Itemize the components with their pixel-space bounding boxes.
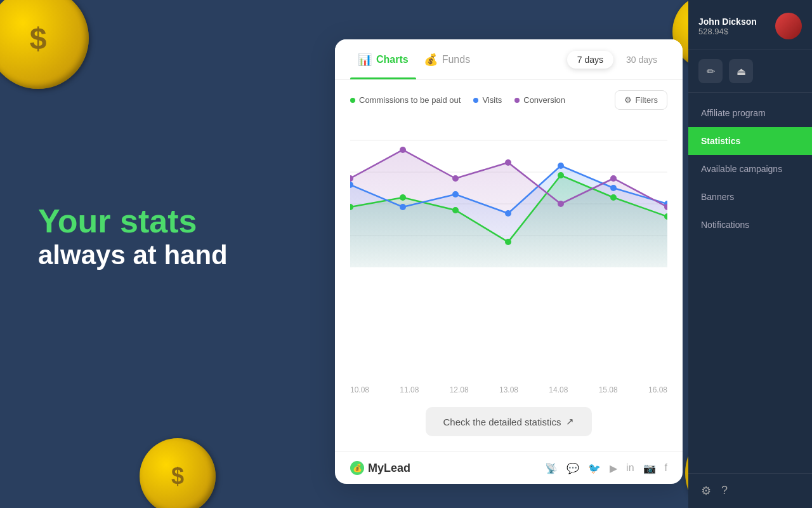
commissions-dot	[350, 98, 355, 103]
coin-bottom-left	[140, 438, 216, 508]
legend-visits: Visits	[473, 95, 502, 105]
30-days-button[interactable]: 30 days	[616, 51, 667, 69]
user-actions: ✏ ⏏	[688, 50, 812, 93]
instagram-icon[interactable]: 📷	[643, 462, 656, 474]
chart-svg	[350, 115, 667, 267]
user-info: John Dickson 528.94$	[698, 17, 769, 36]
x-label-5: 15.08	[599, 385, 618, 394]
7-days-button[interactable]: 7 days	[567, 51, 613, 69]
tab-funds-label: Funds	[442, 54, 470, 65]
filter-label: Filters	[636, 95, 658, 105]
hero-title: Your stats	[38, 203, 228, 239]
settings-icon[interactable]: ⚙	[701, 484, 711, 498]
legend-conversion: Conversion	[514, 95, 565, 105]
visits-point-1	[400, 204, 406, 210]
day-filters: 7 days 30 days	[567, 51, 667, 69]
charts-icon: 📊	[358, 53, 372, 67]
filter-icon: ⚙	[624, 95, 632, 105]
sidebar-item-available-campaigns-label: Available campaigns	[701, 164, 782, 174]
tabs-bar: 📊 Charts 💰 Funds 7 days 30 days	[335, 39, 683, 80]
hero-subtitle: always at hand	[38, 239, 228, 271]
card-footer: 💰 MyLead 📡 💬 🐦 ▶ in 📷 f	[335, 451, 683, 484]
x-label-3: 13.08	[499, 385, 518, 394]
logout-button[interactable]: ⏏	[729, 59, 753, 83]
coin-top-left	[0, 0, 89, 89]
filter-button[interactable]: ⚙ Filters	[615, 90, 667, 110]
user-balance: 528.94$	[698, 27, 769, 36]
visits-point-4	[558, 163, 564, 169]
brand-logo: 💰 MyLead	[350, 461, 410, 475]
cta-button-label: Check the detailed statistics	[443, 417, 561, 427]
funds-icon: 💰	[424, 53, 438, 67]
sidebar-item-notifications[interactable]: Notifications	[688, 211, 812, 239]
visits-point-5	[610, 185, 617, 191]
cta-area: Check the detailed statistics ↗	[335, 394, 683, 451]
avatar	[775, 13, 802, 39]
external-link-icon: ↗	[566, 416, 574, 427]
x-axis-labels: 10.08 11.08 12.08 13.08 14.08 15.08 16.0…	[335, 385, 683, 394]
x-label-4: 14.08	[549, 385, 568, 394]
x-label-6: 16.08	[648, 385, 667, 394]
commissions-point-1	[400, 194, 406, 201]
youtube-icon[interactable]: ▶	[610, 462, 617, 474]
linkedin-icon[interactable]: in	[626, 462, 634, 474]
nav-items: Affiliate program Statistics Available c…	[688, 93, 812, 245]
commissions-label: Commissions to be paid out	[359, 95, 461, 105]
visits-point-3	[505, 210, 511, 217]
help-icon[interactable]: ?	[721, 484, 728, 498]
brand-name: MyLead	[368, 462, 410, 475]
cta-button[interactable]: Check the detailed statistics ↗	[426, 407, 593, 436]
facebook-icon[interactable]: f	[665, 462, 667, 474]
tab-charts[interactable]: 📊 Charts	[350, 39, 416, 79]
sidebar-item-statistics-label: Statistics	[701, 136, 740, 146]
tab-funds[interactable]: 💰 Funds	[416, 39, 478, 79]
visits-dot	[473, 98, 478, 103]
main-card: 📊 Charts 💰 Funds 7 days 30 days Commissi…	[335, 39, 683, 484]
commissions-point-3	[505, 239, 511, 245]
sidebar: John Dickson 528.94$ ✏ ⏏ Affiliate progr…	[688, 0, 812, 508]
conversion-dot	[514, 98, 520, 103]
sidebar-bottom: ⚙ ?	[688, 473, 812, 508]
visits-label: Visits	[482, 95, 502, 105]
conversion-point-3	[505, 159, 511, 166]
conversion-label: Conversion	[523, 95, 565, 105]
x-label-2: 12.08	[450, 385, 469, 394]
x-label-1: 11.08	[400, 385, 419, 394]
user-profile: John Dickson 528.94$	[688, 0, 812, 50]
conversion-point-1	[400, 147, 406, 153]
twitter-icon[interactable]: 🐦	[588, 462, 601, 474]
sidebar-item-banners[interactable]: Banners	[688, 183, 812, 211]
hero-section: Your stats always at hand	[38, 203, 228, 272]
brand-icon: 💰	[350, 461, 364, 475]
edit-button[interactable]: ✏	[698, 59, 723, 83]
conversion-point-4	[558, 201, 564, 207]
commissions-point-4	[558, 172, 564, 178]
chart-area	[335, 115, 683, 383]
legend-bar: Commissions to be paid out Visits Conver…	[335, 80, 683, 115]
x-label-0: 10.08	[350, 385, 369, 394]
commissions-point-5	[610, 194, 617, 201]
tab-charts-label: Charts	[376, 54, 409, 65]
sidebar-item-notifications-label: Notifications	[701, 220, 749, 230]
sidebar-item-statistics[interactable]: Statistics	[688, 127, 812, 155]
sidebar-item-banners-label: Banners	[701, 192, 734, 202]
rss-icon[interactable]: 📡	[545, 462, 558, 474]
sidebar-item-affiliate-program[interactable]: Affiliate program	[688, 99, 812, 127]
sidebar-item-available-campaigns[interactable]: Available campaigns	[688, 155, 812, 183]
discord-icon[interactable]: 💬	[566, 462, 579, 474]
conversion-point-5	[610, 175, 617, 182]
commissions-point-2	[452, 207, 459, 213]
legend-commissions: Commissions to be paid out	[350, 95, 461, 105]
conversion-point-2	[452, 175, 459, 182]
user-name: John Dickson	[698, 17, 769, 27]
sidebar-item-affiliate-program-label: Affiliate program	[701, 108, 766, 118]
footer-social-icons: 📡 💬 🐦 ▶ in 📷 f	[545, 462, 667, 474]
conversion-area-fill	[350, 150, 667, 267]
visits-point-2	[452, 191, 459, 197]
